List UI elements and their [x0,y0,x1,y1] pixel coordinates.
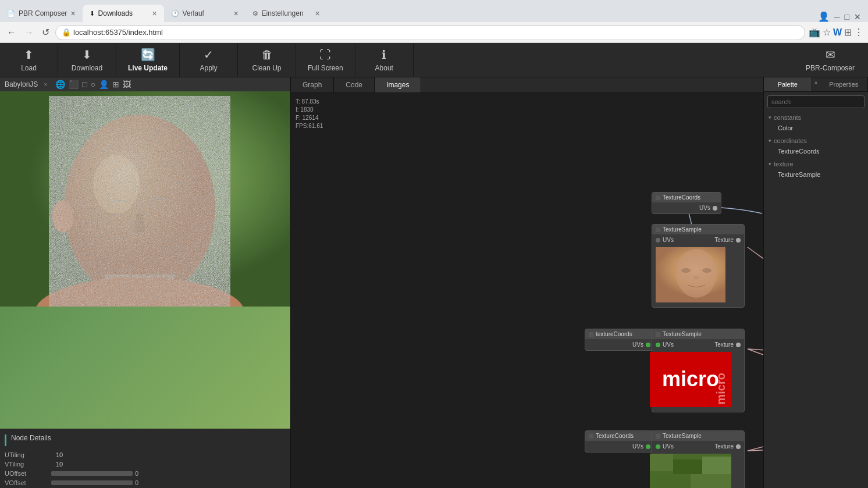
globe-icon[interactable]: 🌐 [55,80,65,89]
uvs-left-port2[interactable] [656,238,660,243]
tab-icon-verlauf: 🕐 [171,10,179,17]
palette-section-header-coordinates[interactable]: ▾ coordinates [769,137,863,144]
voffset-slider[interactable] [51,480,133,485]
palette-close[interactable]: × [812,77,820,91]
cube-icon[interactable]: ⬛ [69,80,79,89]
palette-section-header-texture[interactable]: ▾ texture [769,161,863,168]
browser-close-btn[interactable]: ✕ [854,12,861,22]
refresh-button[interactable]: ↺ [40,24,52,40]
download-button[interactable]: ⬇ Download [58,43,116,77]
viewport-canvas [0,91,290,429]
right-tabs: Palette × Properties [764,77,868,92]
tab-close-pbr[interactable]: × [70,9,75,18]
palette-section-header-constants[interactable]: ▾ constants [769,114,863,121]
viewport-header: BabylonJS × 🌐 ⬛ □ ○ 👤 ⊞ 🖼 [0,77,290,91]
node-texturecoords-top-ports: UVs [652,202,721,213]
texture-right-port3[interactable] [736,343,741,347]
about-button[interactable]: ℹ About [355,43,414,77]
node-details-header: Node Details [11,434,51,442]
tab-code[interactable]: Code [334,77,375,92]
live-update-button[interactable]: 🔄 Live Update [116,43,180,77]
tab-palette[interactable]: Palette [764,77,812,91]
image-icon[interactable]: 🖼 [123,80,131,89]
texture-right-port-row3: Texture [714,341,741,348]
uvs-left-port3[interactable] [656,343,660,347]
bookmark-icon[interactable]: ☆ [823,27,831,38]
menu-icon[interactable]: ⋮ [854,27,863,38]
node-texturesample-midtop-ports: UVs Texture [652,234,744,245]
node-texturecoords-mid[interactable]: textureCoords UVs [585,329,654,351]
palette-search-input[interactable] [767,95,865,108]
palette-item-texturesample[interactable]: TextureSample [769,170,863,179]
graph-area[interactable]: T: 87.83s I: 1830 F: 12614 FPS:61.61 [291,93,763,488]
texture-right-port4[interactable] [736,444,741,449]
circle-icon[interactable]: ○ [91,80,95,89]
pbr-composer-button[interactable]: ✉ PBR-Composer [792,43,868,77]
uvs-out-port2[interactable] [646,343,650,347]
extension-w-icon[interactable]: W [833,27,842,38]
browser-account-icon[interactable]: 👤 [818,11,830,22]
tab-close-einstellungen[interactable]: × [315,9,319,18]
texture-right-port2[interactable] [736,238,741,243]
palette-section-texture: ▾ texture TextureSample [764,158,868,181]
tab-graph[interactable]: Graph [291,77,334,92]
tab-close-verlauf[interactable]: × [233,9,238,18]
load-button[interactable]: ⬆ Load [0,43,58,77]
cast-icon[interactable]: 📺 [809,27,820,38]
node-texturesample-mid[interactable]: TextureSample UVs Texture micro [652,329,745,412]
uvs-left-label4: UVs [663,443,674,450]
node-details-panel: Node Details UTiling 10 VTiling 10 UOffs… [0,429,290,488]
node-texturesample-bot[interactable]: TextureSample UVs Texture [652,430,745,488]
square-icon[interactable]: □ [82,80,87,89]
extension-icon[interactable]: ⊞ [844,27,852,38]
uvs-out-port[interactable] [713,206,717,211]
browser-minimize-btn[interactable]: ─ [834,12,840,22]
voffset-slider-container: 0 [51,479,286,486]
back-button[interactable]: ← [5,25,19,40]
tab-verlauf[interactable]: 🕐 Verlauf × [164,5,246,22]
tab-close-downloads[interactable]: × [152,9,156,18]
cleanup-button[interactable]: 🗑 Clean Up [238,43,296,77]
tab-icon-pbr: 📄 [7,10,15,17]
node-texturesample-midtop[interactable]: TextureSample UVs Texture [652,224,745,308]
browser-restore-btn[interactable]: □ [845,12,849,22]
tab-pbr-composer[interactable]: 📄 PBR Composer × [0,5,83,22]
apply-button[interactable]: ✓ Apply [180,43,238,77]
coordinates-label: coordinates [774,137,807,144]
node-texturesample-bot-ports: UVs Texture [652,441,744,452]
graph-tabs: Graph Code Images [291,77,763,93]
node-texturesample-mid-label: TextureSample [663,331,702,337]
uvs-left-label2: UVs [663,237,674,243]
node-texturecoords-top-header: TextureCoords [652,193,721,202]
uvs-left-port4[interactable] [656,444,660,449]
tab-images[interactable]: Images [375,77,421,92]
texture-label: texture [774,161,794,168]
tab-downloads[interactable]: ⬇ Downloads × [83,5,164,22]
node-texturecoords-bot-header: TextureCoords [585,431,654,441]
person-icon[interactable]: 👤 [99,80,109,89]
tab-properties[interactable]: Properties [820,77,868,91]
uvs-port-row3: UVs [632,443,650,450]
palette-item-texturecoords[interactable]: TextureCoords [769,147,863,156]
palette-section-constants: ▾ constants Color [764,112,868,135]
palette-item-color[interactable]: Color [769,123,863,133]
grid-icon[interactable]: ⊞ [112,80,119,89]
uoffset-slider[interactable] [51,471,133,476]
micro-texture: micro micro [650,352,731,407]
right-panel: Palette × Properties ▾ constants Color ▾… [763,77,868,488]
texture-right-label3: Texture [714,341,734,348]
forward-button[interactable]: → [22,25,36,40]
cleanup-label: Clean Up [252,64,282,72]
viewport-tab-close[interactable]: × [44,81,47,88]
fullscreen-button[interactable]: ⛶ Full Screen [296,43,355,77]
url-box[interactable]: 🔒 localhost:65375/index.html [55,25,805,40]
uvs-left-port-row3: UVs [656,341,674,348]
uvs-left-label3: UVs [663,341,674,348]
node-texturecoords-top[interactable]: TextureCoords UVs [652,192,721,214]
vtiling-value: 10 [56,461,63,468]
uvs-out-port3[interactable] [646,444,650,449]
tab-label-downloads: Downloads [98,9,133,17]
tab-einstellungen[interactable]: ⚙ Einstellungen × [246,5,327,22]
svg-point-25 [702,268,712,273]
node-texturecoords-bot[interactable]: TextureCoords UVs [585,430,654,453]
